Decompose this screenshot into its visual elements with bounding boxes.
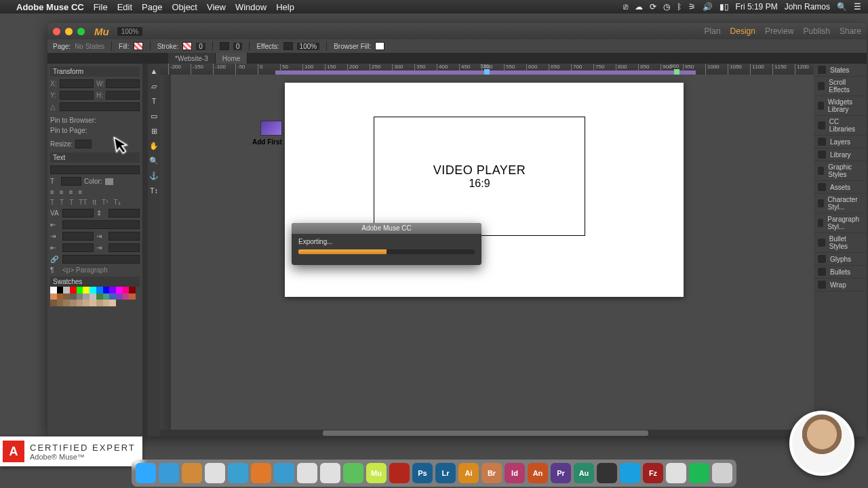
swatch[interactable] — [90, 300, 96, 306]
volume-icon[interactable]: 🔊 — [703, 2, 713, 12]
dock-keynote[interactable] — [182, 463, 202, 483]
hamburger-icon[interactable]: ☰ — [854, 2, 861, 12]
mode-plan[interactable]: Plan — [705, 26, 721, 36]
panel-states[interactable]: States — [814, 64, 867, 77]
app-name[interactable]: Adobe Muse CC — [16, 2, 84, 12]
mode-preview[interactable]: Preview — [765, 26, 794, 36]
page-state[interactable]: No States — [75, 43, 104, 50]
minimize-button[interactable] — [65, 28, 73, 35]
w-field[interactable] — [106, 79, 140, 88]
corner-radius[interactable]: 0 — [233, 43, 243, 50]
swatch[interactable] — [63, 300, 70, 306]
scroll-thumb[interactable] — [323, 430, 648, 436]
swatch[interactable] — [96, 300, 103, 306]
battery-icon[interactable]: ▮▯ — [719, 2, 729, 12]
link-field[interactable] — [62, 255, 140, 264]
menu-help[interactable]: Help — [276, 2, 294, 12]
size-field[interactable] — [61, 177, 81, 186]
swatch[interactable] — [57, 293, 64, 300]
fill-swatch[interactable] — [134, 42, 143, 50]
swatch[interactable] — [90, 287, 96, 293]
font-field[interactable] — [50, 165, 140, 174]
swatch[interactable] — [77, 300, 83, 306]
swatch[interactable] — [90, 293, 96, 300]
frame-tool[interactable]: ⊞ — [149, 126, 159, 136]
wifi-icon[interactable]: ⚞ — [688, 2, 696, 12]
dock-pr[interactable]: Pr — [551, 463, 571, 483]
dock-skype[interactable] — [620, 463, 640, 483]
swatch[interactable] — [50, 287, 57, 293]
swatch[interactable] — [116, 293, 123, 300]
dock-br[interactable]: Br — [481, 463, 502, 483]
close-button[interactable] — [53, 28, 60, 35]
transform-header[interactable]: Transform — [50, 66, 140, 77]
dock-firefox[interactable] — [251, 463, 271, 483]
align-left-icon[interactable]: ≡ — [50, 188, 54, 196]
swatches-header[interactable]: Swatches — [50, 277, 140, 287]
vertical-text-tool[interactable]: T↕ — [149, 186, 159, 195]
zoom-tool[interactable]: 🔍 — [149, 156, 159, 165]
swatch[interactable] — [96, 293, 103, 300]
menu-page[interactable]: Page — [142, 2, 162, 12]
effects-opacity[interactable]: 100% — [297, 43, 320, 50]
menubar-time[interactable]: Fri 5:19 PM — [736, 2, 778, 12]
x-field[interactable] — [60, 79, 94, 88]
angle-field[interactable] — [60, 102, 140, 111]
swatch[interactable] — [109, 287, 116, 293]
align-justify-icon[interactable]: ≡ — [79, 188, 83, 196]
panel-paragraph-styl-[interactable]: Paragraph Styl... — [814, 214, 867, 233]
swatch[interactable] — [70, 293, 77, 300]
dock-chrome[interactable] — [205, 463, 225, 483]
status-icon[interactable]: ⎚ — [623, 2, 628, 12]
search-icon[interactable]: 🔍 — [837, 2, 847, 12]
widget-thumbnail[interactable] — [260, 121, 282, 136]
stroke-weight[interactable]: 0 — [196, 43, 205, 50]
dock-lr[interactable]: Lr — [435, 463, 456, 483]
dock-opera[interactable] — [274, 463, 294, 483]
mode-share[interactable]: Share — [840, 26, 861, 36]
anchor-tool[interactable]: ⚓ — [149, 171, 159, 180]
text-color[interactable] — [105, 178, 113, 185]
panel-bullet-styles[interactable]: Bullet Styles — [814, 233, 867, 253]
swatch[interactable] — [50, 293, 57, 300]
swatch[interactable] — [70, 287, 77, 293]
swatch[interactable] — [116, 287, 123, 293]
bluetooth-icon[interactable]: ᛒ — [677, 2, 682, 12]
mode-design[interactable]: Design — [730, 26, 755, 36]
swatch[interactable] — [109, 300, 116, 306]
menu-object[interactable]: Object — [172, 2, 197, 12]
h-field[interactable] — [106, 91, 140, 100]
swatch[interactable] — [77, 293, 83, 300]
swatch[interactable] — [83, 293, 90, 300]
selection-tool[interactable]: ▲ — [149, 66, 159, 76]
swatch[interactable] — [63, 287, 70, 293]
panel-glyphs[interactable]: Glyphs — [814, 253, 867, 266]
text-tool[interactable]: T — [149, 96, 159, 106]
dock-finder[interactable] — [136, 463, 156, 483]
dock-acrobat[interactable] — [389, 463, 410, 483]
zoom-level[interactable]: 100% — [117, 27, 143, 36]
cloud-icon[interactable]: ☁ — [635, 2, 643, 12]
panel-scroll-effects[interactable]: Scroll Effects — [814, 77, 867, 96]
dock-mu[interactable]: Mu — [366, 463, 387, 483]
tab-home[interactable]: Home — [216, 53, 248, 64]
dock-trash[interactable] — [712, 463, 732, 483]
stroke-swatch[interactable] — [182, 42, 192, 50]
crop-tool[interactable]: ▱ — [149, 81, 159, 91]
dock-au[interactable]: Au — [574, 463, 594, 483]
swatch[interactable] — [50, 300, 57, 306]
canvas[interactable]: Add First VIDEO PLAYER 16:9 — [160, 75, 814, 436]
panel-assets[interactable]: Assets — [814, 181, 867, 194]
panel-wrap[interactable]: Wrap — [814, 279, 867, 291]
mode-publish[interactable]: Publish — [804, 26, 830, 36]
panel-graphic-styles[interactable]: Graphic Styles — [814, 161, 867, 181]
panel-layers[interactable]: Layers — [814, 136, 867, 148]
dock-safari[interactable] — [159, 463, 179, 483]
swatch[interactable] — [96, 287, 103, 293]
swatch[interactable] — [103, 287, 110, 293]
swatch[interactable] — [57, 287, 64, 293]
dock-an[interactable]: An — [528, 463, 548, 483]
swatch[interactable] — [129, 293, 136, 300]
dock-term[interactable] — [597, 463, 617, 483]
swatch[interactable] — [63, 293, 70, 300]
